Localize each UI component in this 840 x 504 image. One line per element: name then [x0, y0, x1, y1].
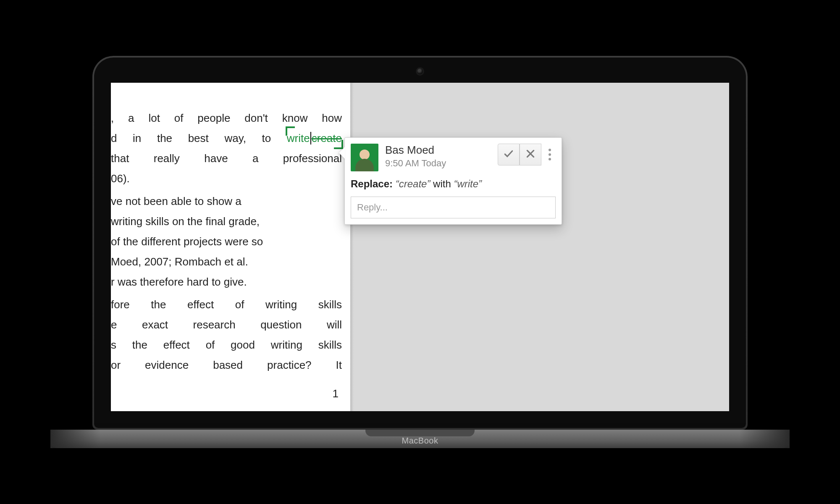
- card-actions: [498, 144, 556, 165]
- text-line: writing skills on the final grade,: [111, 215, 260, 228]
- suggestion-new-word: write: [287, 132, 310, 144]
- text-line: d in the best way, to: [111, 132, 287, 144]
- suggestion-description: Replace: “create” with “write”: [351, 178, 556, 190]
- text-line: , a lot of people don't know how: [111, 112, 342, 124]
- author-block: Bas Moed 9:50 AM Today: [385, 144, 498, 169]
- page-number: 1: [333, 387, 339, 400]
- accept-suggestion-button[interactable]: [498, 144, 520, 165]
- text-line: 06).: [111, 172, 130, 185]
- text-caret: [310, 132, 311, 144]
- laptop-mockup: , a lot of people don't know how d in th…: [50, 56, 790, 448]
- text-line: that really have a professional: [111, 152, 342, 165]
- laptop-base: MacBook: [50, 430, 790, 448]
- from-token: “create”: [396, 178, 430, 189]
- comments-pane: [354, 83, 729, 411]
- camera-icon: [417, 68, 423, 74]
- avatar: [351, 144, 378, 171]
- brand-label: MacBook: [50, 436, 790, 446]
- text-line: or evidence based practice? It: [111, 359, 342, 371]
- text-line: ve not been able to show a: [111, 195, 242, 207]
- laptop-bezel: , a lot of people don't know how d in th…: [94, 58, 746, 428]
- document-pane[interactable]: , a lot of people don't know how d in th…: [111, 83, 350, 411]
- screen: , a lot of people don't know how d in th…: [111, 83, 729, 411]
- author-name: Bas Moed: [385, 144, 498, 156]
- text-line: of the different projects were so: [111, 235, 263, 248]
- close-icon: [525, 148, 536, 161]
- text-line: r was therefore hard to give.: [111, 276, 247, 288]
- pane-divider: [350, 83, 354, 411]
- action-label: Replace:: [351, 178, 393, 189]
- text-line: Moed, 2007; Rombach et al.: [111, 255, 248, 268]
- timestamp: 9:50 AM Today: [385, 158, 498, 169]
- suggestion-old-word: create: [312, 132, 342, 144]
- laptop-lid: , a lot of people don't know how d in th…: [92, 56, 748, 430]
- card-header: Bas Moed 9:50 AM Today: [351, 144, 556, 171]
- connector-text: with: [430, 178, 454, 189]
- reply-input[interactable]: [351, 197, 556, 218]
- text-line: e exact research question will: [111, 318, 342, 331]
- text-line: fore the effect of writing skills: [111, 298, 342, 311]
- suggestion-card[interactable]: Bas Moed 9:50 AM Today: [344, 137, 562, 225]
- reject-suggestion-button[interactable]: [520, 144, 541, 165]
- laptop-notch: [365, 430, 475, 436]
- document-text: , a lot of people don't know how d in th…: [111, 108, 342, 378]
- card-pointer-icon: [339, 147, 345, 159]
- more-options-button[interactable]: [544, 149, 556, 160]
- text-line: s the effect of good writing skills: [111, 339, 342, 351]
- suggestion-inline[interactable]: writecreate: [287, 128, 342, 148]
- to-token: “write”: [454, 178, 482, 189]
- check-icon: [503, 148, 514, 161]
